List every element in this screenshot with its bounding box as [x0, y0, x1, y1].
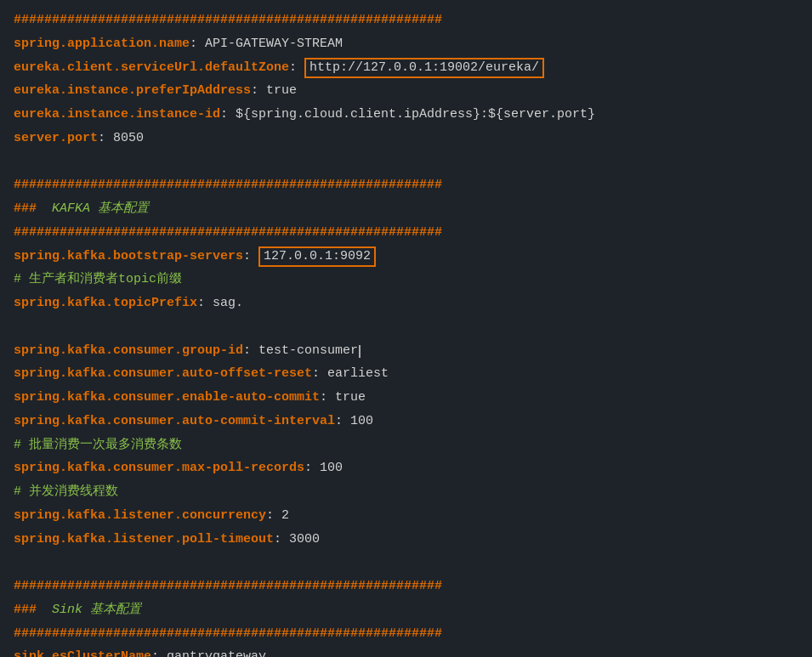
hash-line-kafka-top: ########################################…	[14, 173, 798, 197]
section-sink: ### Sink 基本配置	[14, 598, 798, 622]
line-prefer-ip: eureka.instance.preferIpAddress: true	[14, 79, 798, 103]
line-enable-auto-commit: spring.kafka.consumer.enable-auto-commit…	[14, 386, 798, 410]
section-kafka: ### KAFKA 基本配置	[14, 197, 798, 221]
kafka-servers-value: 127.0.0.1:9092	[258, 246, 376, 267]
hash-line-kafka-bottom: ########################################…	[14, 221, 798, 245]
blank-line-3	[14, 551, 798, 575]
eureka-url-value: http://127.0.0.1:19002/eureka/	[304, 58, 544, 78]
line-max-poll-records: spring.kafka.consumer.max-poll-records: …	[14, 456, 798, 480]
line-app-name: spring.application.name: API-GATEWAY-STR…	[14, 32, 798, 56]
line-eureka-url: eureka.client.serviceUrl.defaultZone: ht…	[14, 56, 798, 80]
comment-topic-prefix: # 生产者和消费者topic前缀	[14, 268, 798, 292]
line-auto-commit-interval: spring.kafka.consumer.auto-commit-interv…	[14, 410, 798, 433]
line-kafka-servers: spring.kafka.bootstrap-servers: 127.0.0.…	[14, 245, 798, 269]
line-concurrency: spring.kafka.listener.concurrency: 2	[14, 504, 798, 528]
line-poll-timeout: spring.kafka.listener.poll-timeout: 3000	[14, 528, 798, 552]
hash-line-sink-bottom: ########################################…	[14, 622, 798, 646]
blank-line-2	[14, 315, 798, 339]
text-cursor	[359, 345, 361, 358]
line-auto-offset: spring.kafka.consumer.auto-offset-reset:…	[14, 362, 798, 386]
comment-max-poll: # 批量消费一次最多消费条数	[14, 433, 798, 457]
blank-line-1	[14, 150, 798, 174]
line-topic-prefix: spring.kafka.topicPrefix: sag.	[14, 292, 798, 315]
hash-line-top: ########################################…	[14, 8, 798, 32]
line-instance-id: eureka.instance.instance-id: ${spring.cl…	[14, 103, 798, 127]
comment-concurrency: # 并发消费线程数	[14, 480, 798, 504]
line-server-port: server.port: 8050	[14, 127, 798, 150]
line-group-id: spring.kafka.consumer.group-id: test-con…	[14, 339, 798, 363]
hash-line-sink-top: ########################################…	[14, 575, 798, 598]
line-es-cluster: sink.esClusterName: gantrygateway	[14, 645, 798, 657]
code-editor: ########################################…	[0, 0, 812, 657]
